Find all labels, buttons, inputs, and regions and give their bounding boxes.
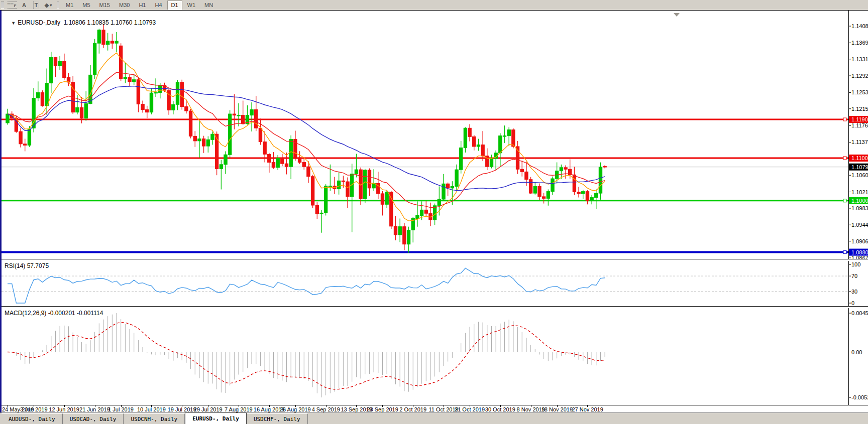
svg-text:1.10600: 1.10600 — [851, 172, 868, 178]
timeframe-button-m5[interactable]: M5 — [78, 1, 94, 10]
svg-text:1.09060: 1.09060 — [851, 238, 868, 244]
svg-text:1.11370: 1.11370 — [851, 139, 868, 145]
date-tick — [34, 405, 34, 407]
timeframe-button-m30[interactable]: M30 — [115, 1, 134, 10]
top-toolbar: ┄┄FAT◆▾ M1M5M15M30H1H4D1W1MN — [0, 0, 868, 11]
date-tick — [208, 405, 208, 407]
toolbar-separator — [57, 2, 59, 9]
date-label: 2 Oct 2019 — [399, 406, 426, 412]
arrows-tool-icon: ◆ — [45, 2, 49, 9]
chevron-down-icon: ▾ — [50, 3, 52, 8]
svg-text:100: 100 — [851, 261, 860, 267]
rsi-pane[interactable]: RSI(14) 57.7075 10070300 — [2, 261, 868, 306]
date-tick — [151, 405, 152, 407]
macd-histogram — [8, 313, 605, 397]
svg-text:1.09830: 1.09830 — [851, 205, 868, 211]
svg-text:0: 0 — [851, 300, 854, 306]
svg-text:1.12530: 1.12530 — [851, 89, 868, 95]
toolbar-grip[interactable] — [1, 2, 4, 9]
date-label: 29 Jul 2019 — [194, 406, 223, 412]
timeframe-buttons-group: M1M5M15M30H1H4D1W1MN — [61, 1, 218, 10]
fibonacci-tool-button[interactable]: ┄┄F — [7, 1, 18, 10]
date-tick — [382, 405, 383, 407]
date-label: 21 Oct 2019 — [455, 406, 485, 412]
ma-mid-line — [8, 72, 605, 208]
date-tick — [8, 405, 8, 407]
date-label: 8 Nov 2019 — [517, 406, 545, 412]
text-tool-icon: T — [33, 2, 40, 9]
chart-tab-audusd[interactable]: AUDUSD-, Daily — [2, 413, 63, 424]
date-tick — [356, 405, 357, 407]
horizontal-line-annotations[interactable] — [2, 118, 848, 254]
date-axis: 24 May 20193 Jun 201912 Jun 201921 Jun 2… — [2, 405, 868, 413]
date-tick — [269, 405, 270, 407]
price-pane[interactable]: 1.140801.136901.133101.129201.125301.121… — [2, 11, 868, 259]
date-tick — [64, 405, 65, 407]
date-label: 18 Nov 2019 — [541, 406, 573, 412]
timeframe-button-d1[interactable]: D1 — [167, 1, 182, 10]
date-label: 11 Oct 2019 — [429, 406, 459, 412]
svg-text:1.09440: 1.09440 — [851, 222, 868, 228]
svg-text:1.10008: 1.10008 — [851, 198, 868, 204]
macd-signal-line — [8, 323, 605, 389]
arrows-tool-button[interactable]: ◆▾ — [43, 1, 54, 10]
macd-pane[interactable]: MACD(12,26,9) -0.000201 -0.001114 0.0045… — [2, 308, 868, 405]
candles-layer — [6, 25, 607, 253]
svg-text:1.11902: 1.11902 — [851, 116, 868, 122]
chart-menu-icon[interactable]: ▼ — [11, 21, 16, 26]
ma-slow-line — [8, 86, 605, 191]
date-tick — [121, 405, 122, 407]
date-label: 21 Jun 2019 — [79, 406, 110, 412]
date-label: 7 Aug 2019 — [225, 406, 253, 412]
rsi-header: RSI(14) 57.7075 — [5, 262, 49, 269]
chart-tab-usdchf[interactable]: USDCHF-, Daily — [247, 413, 308, 424]
svg-text:0.00: 0.00 — [851, 349, 862, 355]
date-tick — [470, 405, 470, 407]
svg-text:1.12920: 1.12920 — [851, 73, 868, 79]
svg-text:1.10210: 1.10210 — [851, 189, 868, 195]
drawing-tools-group: ┄┄FAT◆▾ — [6, 1, 54, 10]
macd-header: MACD(12,26,9) -0.000201 -0.001114 — [5, 310, 103, 317]
date-label: 1 Jul 2019 — [108, 406, 134, 412]
svg-text:1.08804: 1.08804 — [851, 249, 868, 255]
date-tick — [587, 405, 588, 407]
timeframe-button-w1[interactable]: W1 — [183, 1, 200, 10]
timeframe-button-h4[interactable]: H4 — [151, 1, 166, 10]
chart-tab-usdcad[interactable]: USDCAD-, Daily — [63, 413, 124, 424]
timeframe-button-m1[interactable]: M1 — [62, 1, 77, 10]
svg-text:1.14080: 1.14080 — [851, 23, 868, 29]
chart-title: ▼EURUSD-,Daily 1.10806 1.10835 1.10760 1… — [5, 12, 156, 33]
chart-tab-usdcnh[interactable]: USDCNH-, Daily — [124, 413, 185, 424]
date-label: 26 Aug 2019 — [280, 406, 311, 412]
svg-text:1.10793: 1.10793 — [851, 164, 868, 170]
date-label: 3 Jun 2019 — [20, 406, 47, 412]
text-tool-button[interactable]: T — [31, 1, 42, 10]
date-label: 30 Oct 2019 — [485, 406, 515, 412]
timeframe-button-h1[interactable]: H1 — [135, 1, 150, 10]
macd-pane-canvas: 0.0045360.00-0.005205 — [2, 308, 868, 405]
date-label: 4 Sep 2019 — [312, 406, 340, 412]
timeframe-button-m15[interactable]: M15 — [95, 1, 114, 10]
chart-symbol-period: EURUSD-,Daily — [18, 19, 60, 26]
chart-tab-eurusd[interactable]: EURUSD-, Daily — [185, 412, 247, 424]
svg-text:1.13690: 1.13690 — [851, 40, 868, 46]
chart-window[interactable]: ▼EURUSD-,Daily 1.10806 1.10835 1.10760 1… — [0, 10, 868, 413]
date-label: 19 Jul 2019 — [168, 406, 196, 412]
date-tick — [239, 405, 239, 407]
svg-text:30: 30 — [851, 289, 857, 295]
rsi-line — [8, 268, 605, 304]
date-tick — [500, 405, 501, 407]
rsi-pane-canvas: 10070300 — [2, 261, 868, 306]
text-label-tool-icon: A — [22, 2, 26, 8]
svg-text:-0.005205: -0.005205 — [851, 394, 868, 400]
date-tick — [557, 405, 558, 407]
text-label-tool-button[interactable]: A — [19, 1, 30, 10]
chart-ohlc-values: 1.10806 1.10835 1.10760 1.10793 — [64, 19, 156, 26]
timeframe-button-mn[interactable]: MN — [200, 1, 217, 10]
date-tick — [95, 405, 95, 407]
autoscroll-marker-icon[interactable] — [674, 13, 680, 17]
date-tick — [182, 405, 182, 407]
svg-text:1.12150: 1.12150 — [851, 106, 868, 112]
svg-text:1.11001: 1.11001 — [851, 155, 868, 161]
svg-text:70: 70 — [851, 273, 857, 279]
